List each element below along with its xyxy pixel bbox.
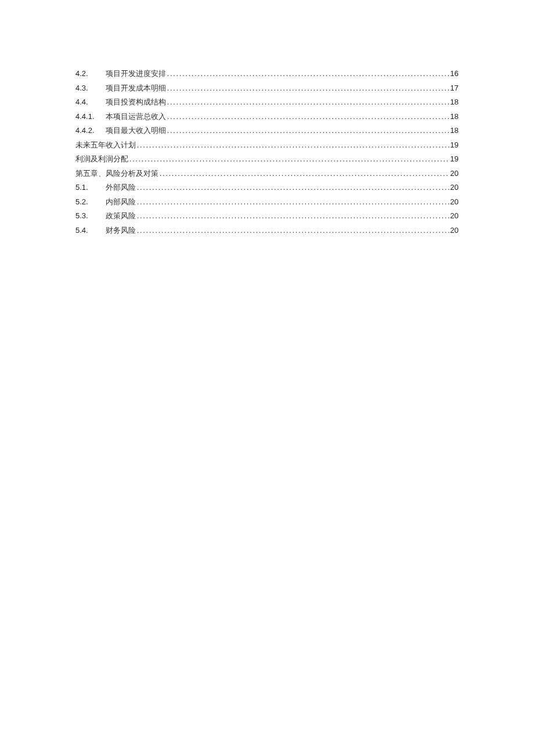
toc-title: 项目最大收入明细 <box>106 124 166 138</box>
toc-title: 项目开发成本明细 <box>106 81 166 96</box>
toc-entry: 5.2. 内部风险 20 <box>75 195 459 210</box>
toc-number: 4.2. <box>75 67 106 81</box>
toc-entry: 4.4.2. 项目最大收入明细 18 <box>75 124 459 138</box>
toc-page-number: 20 <box>450 195 459 210</box>
toc-page-number: 19 <box>450 138 459 153</box>
toc-page: 4.2. 项目开发进度安排 16 4.3. 项目开发成本明细 17 4.4. 项… <box>0 0 534 237</box>
toc-entry: 4.4. 项目投资构成结构 18 <box>75 95 459 110</box>
toc-title: 未来五年收入计划 <box>75 138 136 153</box>
toc-page-number: 18 <box>450 95 459 110</box>
toc-number: 4.4.2. <box>75 124 106 138</box>
toc-page-number: 18 <box>450 124 459 138</box>
toc-entry: 4.2. 项目开发进度安排 16 <box>75 67 459 81</box>
toc-leader-dots <box>129 152 449 167</box>
toc-title: 利润及利润分配 <box>75 152 128 167</box>
toc-title: 财务风险 <box>106 224 136 238</box>
toc-leader-dots <box>167 67 449 81</box>
toc-page-number: 20 <box>450 181 459 195</box>
toc-entry: 5.1. 外部风险 20 <box>75 181 459 195</box>
toc-title: 政策风险 <box>106 209 136 224</box>
toc-title: 第五章、风险分析及对策 <box>75 167 158 181</box>
toc-number: 4.4.1. <box>75 110 106 124</box>
toc-leader-dots <box>137 181 449 195</box>
toc-leader-dots <box>160 167 449 181</box>
toc-entry: 4.4.1. 本项目运营总收入 18 <box>75 110 459 124</box>
toc-title: 项目开发进度安排 <box>106 67 166 81</box>
toc-number: 4.3. <box>75 81 106 96</box>
toc-page-number: 20 <box>450 224 459 238</box>
toc-entry: 5.4. 财务风险 20 <box>75 224 459 238</box>
toc-page-number: 19 <box>450 152 459 167</box>
toc-leader-dots <box>137 138 449 153</box>
toc-leader-dots <box>137 209 449 224</box>
toc-number: 5.4. <box>75 224 106 238</box>
toc-leader-dots <box>137 224 449 238</box>
toc-number: 4.4. <box>75 95 106 110</box>
toc-entry: 第五章、风险分析及对策 20 <box>75 167 459 181</box>
toc-leader-dots <box>137 195 449 210</box>
toc-number: 5.1. <box>75 181 106 195</box>
toc-title: 项目投资构成结构 <box>106 95 166 110</box>
toc-page-number: 20 <box>450 167 459 181</box>
toc-page-number: 17 <box>450 81 459 96</box>
toc-page-number: 16 <box>450 67 459 81</box>
toc-leader-dots <box>167 95 449 110</box>
toc-entry: 4.3. 项目开发成本明细 17 <box>75 81 459 96</box>
toc-entry: 未来五年收入计划 19 <box>75 138 459 153</box>
toc-leader-dots <box>167 110 449 124</box>
toc-title: 内部风险 <box>106 195 136 210</box>
toc-leader-dots <box>167 81 449 96</box>
toc-entry: 5.3. 政策风险 20 <box>75 209 459 224</box>
toc-leader-dots <box>167 124 449 138</box>
toc-title: 本项目运营总收入 <box>106 110 166 124</box>
toc-page-number: 18 <box>450 110 459 124</box>
toc-number: 5.2. <box>75 195 106 210</box>
toc-number: 5.3. <box>75 209 106 224</box>
toc-page-number: 20 <box>450 209 459 224</box>
toc-entry: 利润及利润分配 19 <box>75 152 459 167</box>
toc-title: 外部风险 <box>106 181 136 195</box>
